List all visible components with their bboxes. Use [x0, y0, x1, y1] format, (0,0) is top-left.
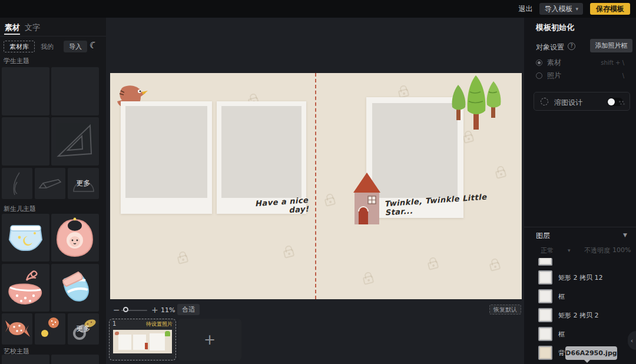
dots-icon [35, 313, 65, 345]
section-title-student: 学生主题 [4, 57, 29, 65]
zoom-out-button[interactable]: − [113, 305, 120, 315]
more-label: 更多 [68, 168, 99, 199]
save-template-label: 保存模板 [596, 4, 624, 14]
layer-row[interactable]: 框 [524, 289, 636, 303]
asset-thumbnail-mitten[interactable] [51, 264, 99, 312]
add-page-button[interactable]: + [178, 319, 241, 360]
asset-thumbnail-pencil[interactable] [35, 168, 65, 199]
asset-thumbnail-bib[interactable] [51, 214, 99, 262]
layer-thumbnail [538, 346, 552, 360]
filter-mine[interactable]: 我的 [35, 41, 59, 52]
moon-icon[interactable]: ☾ [88, 39, 99, 51]
divider [0, 36, 106, 37]
canvas-workspace[interactable]: Have a nice day! Twinkle, Twinkle Little… [106, 18, 524, 364]
lock-watermark-icon [489, 262, 501, 272]
layer-thumbnail [538, 270, 552, 284]
opacity-label: 不透明度 [584, 246, 610, 255]
diaper-icon [2, 214, 49, 262]
layer-thumbnail [538, 289, 552, 303]
lock-watermark-icon [428, 260, 439, 270]
radio-selected-icon [536, 59, 542, 66]
layer-row[interactable]: 矩形 2 拷贝 2 [524, 308, 636, 322]
asset-thumbnail[interactable] [2, 117, 49, 166]
bonnet-icon [2, 264, 49, 312]
asset-thumbnail[interactable] [2, 67, 49, 115]
asset-thumbnail-bonnet[interactable] [2, 264, 49, 312]
radio-photo-label: 照片 [547, 71, 561, 81]
layer-name: 框 [558, 330, 565, 339]
asset-thumbnail[interactable] [51, 355, 99, 364]
opacity-value[interactable]: 100% [612, 246, 631, 254]
mitten-icon [51, 264, 99, 312]
candy-icon [2, 313, 32, 345]
layer-thumbnail [538, 327, 552, 341]
asset-thumbnail-dots[interactable] [35, 313, 65, 345]
filter-import[interactable]: 导入 [64, 41, 87, 52]
zoom-slider-knob[interactable] [123, 307, 128, 312]
asset-thumbnail-candy[interactable] [2, 313, 32, 345]
active-tab-indicator [4, 34, 20, 35]
bib-icon [51, 214, 99, 262]
settings-panel: 模板初始化 对象设置 ? 添加照片框 素材 shift + \ 照片 \ 溶图设… [524, 18, 636, 364]
radio-row-photo[interactable]: 照片 \ [536, 71, 624, 80]
house-sticker[interactable] [352, 170, 382, 226]
asset-thumbnail-triangle-ruler[interactable] [51, 117, 99, 166]
restore-default-button[interactable]: 恢复默认 [489, 305, 521, 315]
asset-sidebar: 素材 文字 素材库 我的 导入 ☾ 学生主题 更多 新生儿主题 [0, 18, 106, 364]
help-icon[interactable]: ? [568, 42, 575, 50]
section-title-newborn: 新生儿主题 [4, 204, 36, 213]
asset-thumbnail[interactable] [51, 67, 99, 115]
collapse-section-icon[interactable]: ▼ [623, 232, 627, 238]
photo-frame-1[interactable] [121, 101, 212, 214]
radio-row-asset[interactable]: 素材 shift + \ [536, 58, 624, 67]
tab-text[interactable]: 文字 [25, 22, 40, 33]
asset-thumbnail[interactable] [2, 355, 49, 364]
page-number: 1 [112, 320, 116, 327]
triangle-ruler-icon [51, 117, 99, 166]
radio-asset-label: 素材 [547, 58, 561, 68]
exit-button[interactable]: 退出 [518, 4, 532, 14]
dashed-circle-icon [541, 98, 548, 105]
asset-thumbnail-diaper[interactable] [2, 214, 49, 262]
brush-icon [2, 168, 32, 199]
asset-thumbnail-more-newborn[interactable]: 更多 [68, 313, 99, 345]
radio-unselected-icon [536, 72, 542, 79]
filename-tooltip: D66A2950.jpg [565, 346, 617, 360]
filter-asset-library[interactable]: 素材库 [4, 41, 35, 52]
layer-blend-controls: 正常 ▾ 不透明度 100% [524, 246, 636, 256]
page-strip: 1 待设置照片 + [106, 317, 524, 364]
page-thumbnail-1[interactable]: 1 待设置照片 [109, 319, 176, 360]
trees-sticker[interactable] [449, 74, 504, 131]
template-artboard[interactable]: Have a nice day! Twinkle, Twinkle Little… [110, 73, 522, 299]
blend-design-box: 溶图设计 [534, 92, 630, 111]
blend-mode-select[interactable]: 正常 [541, 246, 554, 255]
layer-row[interactable]: 矩形 2 拷贝 12 [524, 270, 636, 284]
zoom-in-button[interactable]: + [151, 305, 158, 315]
asset-thumbnail-brush[interactable] [2, 168, 32, 199]
blend-design-toggle[interactable] [607, 98, 623, 106]
import-template-button[interactable]: 导入模板 ▾ [539, 3, 583, 15]
lock-watermark-icon [463, 134, 475, 144]
lock-watermark-icon [324, 197, 336, 207]
tab-assets[interactable]: 素材 [5, 22, 20, 33]
lock-watermark-icon [283, 249, 295, 259]
chevron-down-icon: ▾ [568, 247, 571, 253]
panel-title: 模板初始化 [536, 22, 574, 33]
photo-placeholder [125, 106, 207, 198]
toggle-knob [608, 98, 615, 105]
toggle-texture [619, 101, 621, 102]
photo-placeholder [221, 106, 302, 198]
layer-thumbnail [538, 308, 552, 322]
save-template-button[interactable]: 保存模板 [590, 3, 630, 15]
shortcut-hint: shift + \ [601, 59, 624, 66]
add-photo-frame-button[interactable]: 添加照片框 [590, 39, 632, 52]
page-status-badge: 待设置照片 [146, 320, 173, 328]
zoom-fit-button[interactable]: 合适 [177, 304, 200, 315]
layer-thumbnail [538, 258, 552, 266]
chevron-down-icon: ▾ [575, 6, 578, 12]
plus-icon: + [204, 332, 216, 348]
blend-design-label: 溶图设计 [554, 98, 582, 108]
layer-row[interactable]: 框 [524, 327, 636, 341]
asset-thumbnail-more-student[interactable]: 更多 [68, 168, 99, 199]
page-preview [113, 330, 172, 353]
